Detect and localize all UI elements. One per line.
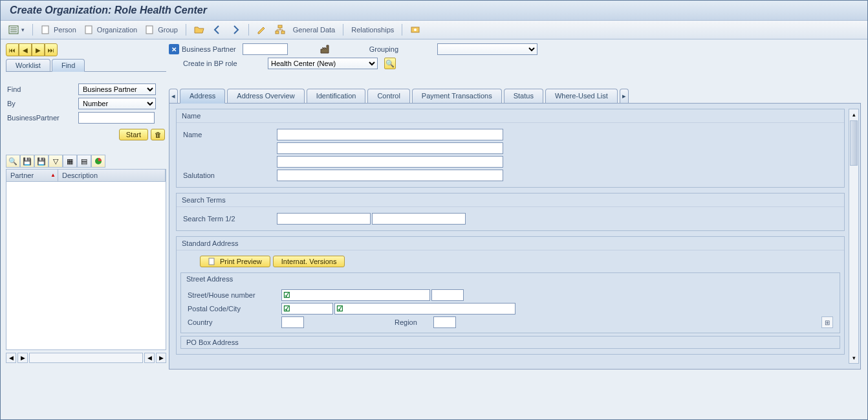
filter-icon[interactable]: ▽ <box>49 155 63 168</box>
group-search-terms: Search Terms Search Term 1/2 <box>176 193 845 231</box>
nav-first-button[interactable]: ⏮ <box>6 43 19 56</box>
tab-identification[interactable]: Identification <box>307 89 366 103</box>
house-number-input[interactable] <box>431 289 464 301</box>
scroll-thumb[interactable] <box>850 120 858 166</box>
sub-street-address: Street Address Street/House number ☑ Pos… <box>180 272 840 333</box>
open-icon[interactable] <box>191 23 207 36</box>
bp-label: Business Partner <box>182 45 236 53</box>
tab-find[interactable]: Find <box>52 59 85 72</box>
svg-rect-8 <box>276 31 279 34</box>
group-search-title: Search Terms <box>177 193 844 207</box>
general-data-button[interactable]: General Data <box>290 25 338 35</box>
tab-control[interactable]: Control <box>367 89 409 103</box>
scroll-left-button[interactable]: ◀ <box>6 353 16 363</box>
scroll-down-icon[interactable]: ▾ <box>849 353 858 363</box>
nav-last-button[interactable]: ⏭ <box>45 43 58 56</box>
bp-number-input[interactable] <box>243 43 288 55</box>
form-scrollbar[interactable]: ▴ ▾ <box>849 109 859 364</box>
right-panel: ✕ Business Partner Grouping Create in BP… <box>169 39 867 419</box>
salutation-label: Salutation <box>183 171 277 179</box>
print-preview-button[interactable]: Print Preview <box>200 256 270 267</box>
by-select[interactable]: Number <box>78 98 156 109</box>
chart-icon[interactable] <box>91 155 105 168</box>
close-locator-icon[interactable]: ✕ <box>169 44 179 54</box>
settings-icon[interactable] <box>407 23 423 36</box>
tab-scroll-left[interactable]: ◂ <box>169 89 178 103</box>
businesspartner-input[interactable] <box>78 112 155 124</box>
svg-rect-9 <box>281 31 285 34</box>
search-term-2-input[interactable] <box>372 213 466 225</box>
hierarchy-icon[interactable] <box>272 23 288 36</box>
relationships-button[interactable]: Relationships <box>349 25 396 35</box>
group-address-title: Standard Address <box>177 237 844 250</box>
group-name-title: Name <box>177 109 844 123</box>
scroll-right2-button[interactable]: ▶ <box>156 353 166 363</box>
required-check-icon: ☑ <box>282 291 291 300</box>
country-input[interactable] <box>281 316 304 328</box>
name-input-2[interactable] <box>277 142 503 154</box>
export-icon[interactable]: ▤ <box>77 155 91 168</box>
street-label: Street/House number <box>188 291 281 299</box>
internat-versions-button[interactable]: Internat. Versions <box>273 256 345 267</box>
scroll-left2-button[interactable]: ◀ <box>144 353 155 363</box>
delete-button[interactable]: 🗑 <box>151 129 165 140</box>
tab-worklist[interactable]: Worklist <box>6 59 50 71</box>
svg-rect-5 <box>85 26 92 34</box>
salutation-input[interactable] <box>277 170 503 181</box>
start-button[interactable]: Start <box>119 129 148 140</box>
nav-next-button[interactable]: ▶ <box>32 43 45 56</box>
tab-payment-transactions[interactable]: Payment Transactions <box>412 89 502 103</box>
svg-rect-7 <box>278 25 282 28</box>
more-fields-icon[interactable]: ⊞ <box>821 316 833 328</box>
svg-rect-17 <box>209 258 214 265</box>
tab-address[interactable]: Address <box>180 89 225 104</box>
tab-where-used[interactable]: Where-Used List <box>545 89 618 103</box>
menu-button[interactable]: ▾ <box>6 23 27 36</box>
grid-col-partner[interactable]: Partner▲ <box>6 170 58 181</box>
edit-icon[interactable] <box>254 23 270 36</box>
organization-button[interactable]: Organization <box>81 23 140 36</box>
svg-rect-6 <box>146 26 153 34</box>
scroll-up-icon[interactable]: ▴ <box>849 109 858 120</box>
svg-point-15 <box>414 28 417 31</box>
save-layout2-icon[interactable]: 💾 <box>34 155 49 168</box>
group-name: Name Name <box>176 109 845 188</box>
grouping-label: Grouping <box>369 45 398 53</box>
svg-rect-4 <box>42 26 49 34</box>
role-detail-button[interactable]: 🔍 <box>384 58 396 69</box>
forward-icon[interactable] <box>228 23 243 36</box>
app-toolbar: ▾ Person Organization Group General Data… <box>1 21 867 39</box>
pobox-title: PO Box Address <box>181 337 840 348</box>
back-icon[interactable] <box>210 23 225 36</box>
left-panel: ⏮ ◀ ▶ ⏭ Worklist Find Find Business Part… <box>1 39 169 419</box>
grid-col-description[interactable]: Description <box>58 170 166 181</box>
tab-scroll-right[interactable]: ▸ <box>620 89 629 103</box>
search-term-1-input[interactable] <box>277 213 371 225</box>
businesspartner-label: BusinessPartner <box>7 114 78 122</box>
search-term-label: Search Term 1/2 <box>183 215 277 223</box>
group-standard-address: Standard Address Print Preview Internat.… <box>176 236 845 355</box>
nav-prev-button[interactable]: ◀ <box>19 43 32 56</box>
tab-address-overview[interactable]: Address Overview <box>227 89 304 103</box>
table-settings-icon[interactable]: ▦ <box>63 155 77 168</box>
tab-status[interactable]: Status <box>504 89 543 103</box>
person-button[interactable]: Person <box>38 23 79 36</box>
name-input-1[interactable] <box>277 129 503 140</box>
grouping-select[interactable] <box>437 43 537 55</box>
scroll-track[interactable] <box>29 353 143 363</box>
postal-label: Postal Code/City <box>188 305 281 313</box>
name-input-3[interactable] <box>277 156 503 168</box>
save-layout-icon[interactable]: 💾 <box>20 155 34 168</box>
page-title: Create Organization: Role Health Center <box>1 1 867 21</box>
group-button[interactable]: Group <box>142 23 180 36</box>
results-grid: Partner▲ Description <box>6 169 166 350</box>
find-select[interactable]: Business Partner <box>78 83 156 95</box>
find-label: Find <box>7 85 78 93</box>
scroll-right-button[interactable]: ▶ <box>17 353 28 363</box>
by-label: By <box>7 100 78 107</box>
region-input[interactable] <box>433 316 456 328</box>
name-label: Name <box>183 131 277 138</box>
role-select[interactable]: Health Center (New) <box>268 58 378 69</box>
factory-icon <box>320 44 331 54</box>
search-detail-icon[interactable]: 🔍 <box>6 155 20 168</box>
